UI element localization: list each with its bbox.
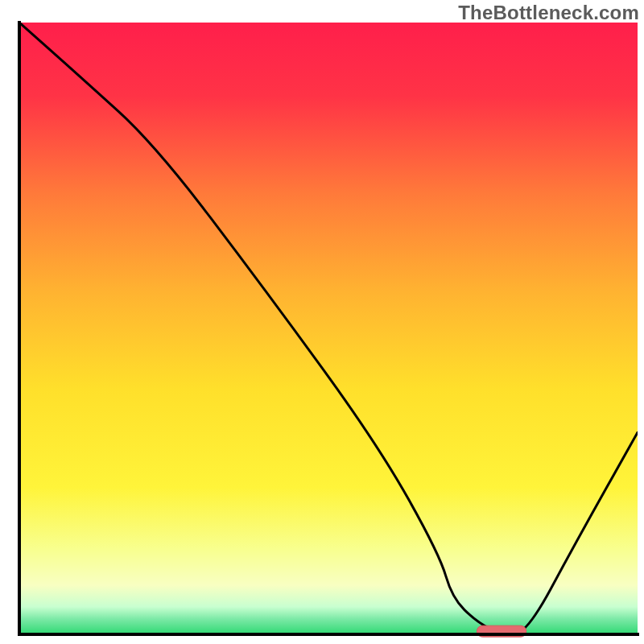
watermark-label: TheBottleneck.com xyxy=(458,2,639,24)
chart-gradient-background xyxy=(19,23,638,634)
chart-stage: TheBottleneck.com xyxy=(0,0,644,644)
bottleneck-chart xyxy=(0,0,644,644)
